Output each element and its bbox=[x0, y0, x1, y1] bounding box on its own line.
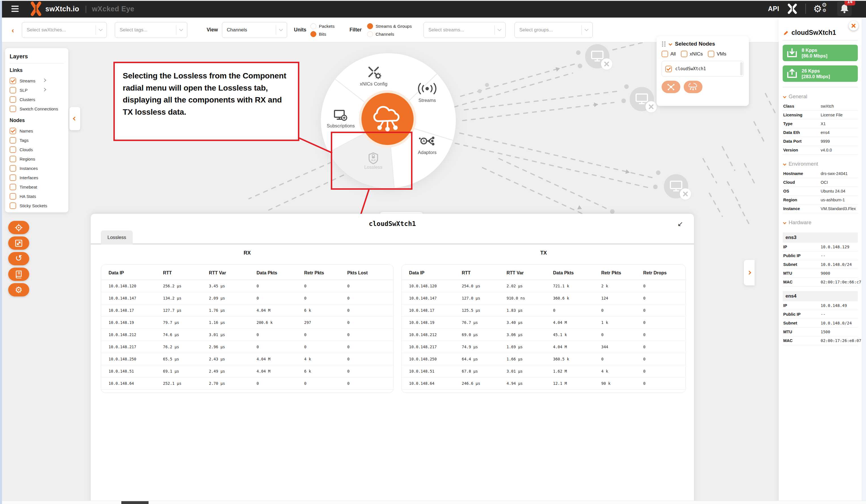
section-hardware[interactable]: Hardware bbox=[782, 219, 858, 228]
column-header[interactable]: Retr Drops bbox=[643, 271, 678, 275]
column-header[interactable]: Data Pkts bbox=[553, 271, 601, 275]
radio-icon[interactable] bbox=[310, 23, 317, 29]
table-row[interactable]: 10.0.148.1979.7 μs1.16 μs200.6 k2970 bbox=[101, 317, 393, 329]
checkbox[interactable] bbox=[10, 128, 16, 134]
hamburger-menu-icon[interactable] bbox=[11, 5, 20, 12]
checkbox[interactable] bbox=[10, 184, 16, 190]
layer-node-item[interactable]: Tags bbox=[10, 136, 64, 145]
drag-handle-icon[interactable] bbox=[662, 41, 666, 47]
table-row[interactable]: 10.0.148.25065.5 μs2.43 μs4.04 M4 k0 bbox=[101, 353, 393, 365]
edit-pencil-icon[interactable] bbox=[783, 30, 789, 36]
layer-node-item[interactable]: Sticky Sockets bbox=[10, 201, 64, 210]
column-header[interactable]: RTT Var bbox=[507, 271, 553, 275]
checkbox[interactable] bbox=[681, 51, 687, 57]
column-header[interactable]: Data IP bbox=[109, 271, 163, 275]
checkbox[interactable] bbox=[10, 87, 16, 93]
checkbox[interactable] bbox=[708, 51, 714, 57]
center-view-button[interactable] bbox=[8, 221, 29, 234]
select-tags-dropdown[interactable]: Select tags... bbox=[115, 22, 187, 38]
table-row[interactable]: 10.0.148.5169.1 μs2.49 μs4.04 M6 k0 bbox=[101, 365, 393, 377]
select-streams-dropdown[interactable]: Select streams... bbox=[423, 22, 506, 38]
table-row[interactable]: 10.0.148.21274.6 μs3.01 μs000 bbox=[101, 329, 393, 341]
toolbar-back-chevron[interactable]: ‹ bbox=[12, 26, 14, 35]
table-row[interactable]: 10.0.148.17125.5 μs1.83 μs000 bbox=[402, 305, 686, 317]
column-header[interactable]: RTT bbox=[462, 271, 507, 275]
checkbox[interactable] bbox=[10, 78, 16, 84]
layer-link-item[interactable]: Clusters bbox=[10, 95, 64, 104]
filter-radio-option[interactable]: Channels bbox=[367, 31, 412, 37]
settings-gears-icon[interactable]: ⚙⚙⚙ bbox=[813, 2, 830, 15]
notifications-button[interactable]: 14 bbox=[837, 1, 852, 16]
scrollbar-thumb[interactable] bbox=[121, 501, 148, 504]
panel-collapse-button[interactable]: ↙ bbox=[677, 220, 683, 228]
topology-action-button[interactable] bbox=[662, 81, 680, 93]
table-row[interactable]: 10.0.148.21774.9 μs1.69 μs4.04 M3440 bbox=[402, 341, 686, 353]
brand[interactable]: swXtch.io | wXcked Eye bbox=[30, 1, 134, 16]
table-row[interactable]: 10.0.148.21269.0 μs3.06 μs45.1 k00 bbox=[402, 329, 686, 341]
column-header[interactable]: Retr Pkts bbox=[601, 271, 643, 275]
fit-view-button[interactable] bbox=[8, 237, 29, 250]
checkbox[interactable] bbox=[10, 146, 16, 153]
checkbox[interactable] bbox=[662, 51, 668, 57]
scrollbar[interactable] bbox=[740, 62, 743, 75]
layer-node-item[interactable]: Interfaces bbox=[10, 173, 64, 182]
units-radio-option[interactable]: Packets bbox=[310, 23, 334, 29]
x-logo-icon[interactable] bbox=[787, 3, 798, 14]
layers-collapse-button[interactable] bbox=[69, 107, 80, 130]
table-row[interactable]: 10.0.148.25064.4 μs1.66 μs360.5 k00 bbox=[402, 353, 686, 365]
radio-icon[interactable] bbox=[310, 31, 317, 37]
checkbox[interactable] bbox=[10, 174, 16, 181]
select-groups-dropdown[interactable]: Select groups... bbox=[514, 22, 593, 38]
tab-lossless[interactable]: Lossless bbox=[101, 230, 133, 245]
swxtch-action-button[interactable] bbox=[684, 81, 702, 93]
select-swxtches-dropdown[interactable]: Select swXtches... bbox=[22, 22, 107, 38]
table-row[interactable]: 10.0.148.5167.8 μs3.01 μs1.62 M4 k0 bbox=[402, 365, 686, 377]
layer-node-item[interactable]: Instances bbox=[10, 164, 64, 173]
table-row[interactable]: 10.0.148.120256.2 μs3.45 μs000 bbox=[101, 280, 393, 292]
reset-view-button[interactable]: ↺ bbox=[8, 252, 29, 265]
checkbox[interactable] bbox=[10, 156, 16, 162]
docs-button[interactable] bbox=[8, 267, 29, 281]
column-header[interactable]: Data Pkts bbox=[257, 271, 304, 275]
checkbox[interactable] bbox=[10, 106, 16, 112]
column-header[interactable]: Retr Pkts bbox=[304, 271, 347, 275]
checkbox[interactable] bbox=[10, 165, 16, 172]
table-row[interactable]: 10.0.148.64252.1 μs2.70 μs000 bbox=[101, 377, 393, 390]
table-row[interactable]: 10.0.148.17127.7 μs1.76 μs4.04 M6 k0 bbox=[101, 305, 393, 317]
layer-node-item[interactable]: Timebeat bbox=[10, 182, 64, 192]
units-radio-option[interactable]: Bits bbox=[310, 31, 334, 37]
xnic-node[interactable] bbox=[585, 44, 609, 69]
table-row[interactable]: 10.0.148.120254.0 μs2.02 μs721.1 k2 k0 bbox=[402, 280, 686, 292]
node-filter-option[interactable]: VMs bbox=[708, 51, 726, 57]
section-general[interactable]: General bbox=[782, 93, 858, 102]
layer-link-item[interactable]: Streams bbox=[10, 76, 64, 85]
selected-node-item[interactable]: cloudSwXtch1 bbox=[662, 61, 744, 77]
column-header[interactable]: RTT bbox=[163, 271, 209, 275]
layer-node-item[interactable]: HA Stats bbox=[10, 192, 64, 201]
table-row[interactable]: 10.0.148.147127.0 μs910.0 ns360.6 k1240 bbox=[402, 292, 686, 305]
checkbox[interactable] bbox=[10, 193, 16, 199]
layer-link-item[interactable]: Swxtch Connections bbox=[10, 104, 64, 114]
api-link[interactable]: API bbox=[768, 5, 779, 13]
xnic-node[interactable] bbox=[664, 174, 688, 198]
layer-link-item[interactable]: SLP bbox=[10, 85, 64, 95]
radio-icon[interactable] bbox=[367, 23, 373, 29]
column-header[interactable]: Data IP bbox=[409, 271, 462, 275]
layer-node-item[interactable]: Clouds bbox=[10, 145, 64, 154]
table-row[interactable]: 10.0.148.147134.2 μs2.09 μs000 bbox=[101, 292, 393, 305]
radio-icon[interactable] bbox=[367, 31, 373, 37]
table-row[interactable]: 10.0.148.64246.6 μs4.94 μs12.1 M90 k0 bbox=[402, 377, 686, 390]
view-dropdown[interactable]: Channels bbox=[222, 22, 287, 38]
settings-button[interactable]: ⚙ bbox=[8, 283, 29, 296]
chevron-right-icon[interactable] bbox=[43, 78, 46, 82]
chevron-right-icon[interactable] bbox=[43, 88, 46, 91]
section-environment[interactable]: Environment bbox=[782, 160, 858, 169]
checkbox[interactable] bbox=[665, 66, 672, 72]
horizontal-scrollbar[interactable] bbox=[0, 501, 866, 504]
sidebar-collapse-button[interactable] bbox=[744, 260, 755, 285]
checkbox[interactable] bbox=[10, 96, 16, 103]
close-button[interactable] bbox=[849, 21, 858, 31]
layer-node-item[interactable]: Regions bbox=[10, 154, 64, 164]
node-filter-option[interactable]: xNICs bbox=[681, 51, 703, 57]
checkbox[interactable] bbox=[10, 137, 16, 144]
